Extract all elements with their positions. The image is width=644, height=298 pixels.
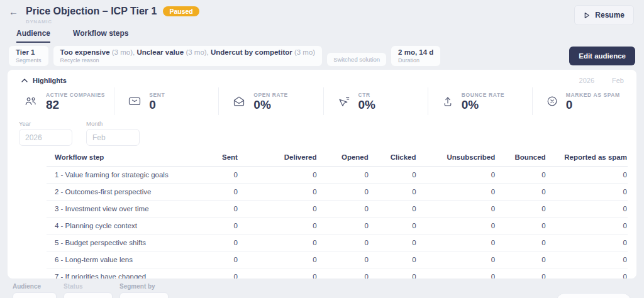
- resume-button[interactable]: Resume: [574, 5, 634, 25]
- col-workflow-step: Workflow step: [47, 149, 174, 166]
- status-badge: Paused: [163, 6, 199, 17]
- period-indicator: 2026 Feb: [579, 77, 624, 84]
- duration-label: Duration: [398, 57, 433, 63]
- metric-bounce-rate: BOUNCE RATE 0%: [428, 87, 532, 115]
- cell-clicked: 0: [369, 183, 417, 200]
- col-opened: Opened: [318, 149, 369, 166]
- cell-bounced: 0: [496, 268, 546, 279]
- tab-audience[interactable]: Audience: [16, 29, 50, 43]
- segments-chip: Tier 1 Segments: [9, 46, 48, 66]
- open-envelope-icon: [233, 96, 245, 107]
- bounce-icon: [442, 96, 453, 107]
- title-block: Price Objection – ICP Tier 1 Paused DYNA…: [26, 5, 199, 25]
- metric-label: ACTIVE COMPANIES: [46, 92, 105, 98]
- status-filter-input[interactable]: [64, 292, 113, 298]
- cell-delivered: 0: [238, 166, 318, 183]
- cell-unsubscribed: 0: [417, 268, 496, 279]
- table-row[interactable]: 2 - Outcomes-first perspective 0 0 0 0 0…: [47, 183, 628, 200]
- col-unsubscribed: Unsubscribed: [417, 149, 496, 166]
- metric-value: 0%: [462, 99, 504, 111]
- metric-label: MARKED AS SPAM: [566, 92, 620, 98]
- cell-bounced: 0: [496, 183, 546, 200]
- tab-workflow-steps[interactable]: Workflow steps: [73, 29, 128, 43]
- cell-opened: 0: [318, 268, 369, 279]
- audience-summary-bar: Tier 1 Segments Too expensive (3 mo), Un…: [9, 46, 635, 66]
- cell-sent: 0: [174, 234, 238, 251]
- people-icon: [24, 96, 38, 107]
- edit-audience-button[interactable]: Edit audience: [569, 47, 635, 65]
- metric-open-rate: OPEN RATE 0%: [218, 87, 323, 115]
- metric-value: 0: [566, 99, 620, 111]
- duration-chip: 2 mo, 14 d Duration: [391, 46, 440, 66]
- cell-unsubscribed: 0: [417, 200, 496, 217]
- workflow-step-name[interactable]: 3 - Investment view over time: [47, 200, 174, 217]
- cell-unsubscribed: 0: [417, 217, 496, 234]
- workflow-step-name[interactable]: 7 - If priorities have changed: [47, 268, 174, 279]
- table-row[interactable]: 4 - Planning cycle context 0 0 0 0 0 0 0: [47, 217, 628, 234]
- recycle-reason-value: Too expensive (3 mo), Unclear value (3 m…: [60, 48, 316, 57]
- audience-filter-label: Audience: [13, 283, 57, 290]
- workflow-step-name[interactable]: 6 - Long-term value lens: [47, 251, 174, 268]
- duration-value: 2 mo, 14 d: [398, 48, 433, 57]
- cell-clicked: 0: [369, 251, 417, 268]
- cell-clicked: 0: [369, 217, 417, 234]
- workflow-step-name[interactable]: 2 - Outcomes-first perspective: [47, 183, 174, 200]
- metrics-row: ACTIVE COMPANIES 82 SENT 0: [8, 87, 636, 115]
- period-year: 2026: [579, 77, 594, 84]
- workflow-step-name[interactable]: 4 - Planning cycle context: [47, 217, 174, 234]
- cell-sent: 0: [174, 183, 238, 200]
- table-row[interactable]: 3 - Investment view over time 0 0 0 0 0 …: [47, 200, 628, 217]
- page-title: Price Objection – ICP Tier 1: [26, 5, 157, 18]
- highlights-card: Highlights 2026 Feb ACTIVE COMPANIES 82: [8, 70, 636, 279]
- cell-reported-as-spam: 0: [547, 200, 628, 217]
- cell-unsubscribed: 0: [417, 234, 496, 251]
- table-row[interactable]: 7 - If priorities have changed 0 0 0 0 0…: [47, 268, 628, 279]
- cell-unsubscribed: 0: [417, 183, 496, 200]
- switched-solution-label: Switched solution: [333, 56, 380, 63]
- cell-unsubscribed: 0: [417, 166, 496, 183]
- highlights-collapse-toggle[interactable]: Highlights: [21, 77, 67, 84]
- cell-sent: 0: [174, 166, 238, 183]
- col-clicked: Clicked: [369, 149, 417, 166]
- col-delivered: Delivered: [238, 149, 318, 166]
- table-row[interactable]: 5 - Budget perspective shifts 0 0 0 0 0 …: [47, 234, 628, 251]
- metric-label: OPEN RATE: [253, 92, 287, 98]
- metric-label: CTR: [358, 92, 375, 98]
- cell-bounced: 0: [496, 200, 546, 217]
- campaign-type-label: DYNAMIC: [26, 19, 199, 25]
- col-bounced: Bounced: [496, 149, 546, 166]
- cell-opened: 0: [318, 251, 369, 268]
- cell-clicked: 0: [369, 166, 417, 183]
- segments-value: Tier 1: [16, 48, 42, 57]
- metric-value: 82: [46, 99, 105, 111]
- col-sent: Sent: [174, 149, 238, 166]
- search-input[interactable]: [575, 294, 625, 298]
- search-box[interactable]: [556, 293, 631, 298]
- segment-by-filter-label: Segment by: [119, 283, 169, 290]
- recycle-reason-label: Recycle reason: [60, 57, 316, 63]
- table-row[interactable]: 6 - Long-term value lens 0 0 0 0 0 0 0: [47, 251, 628, 268]
- table-row[interactable]: 1 - Value framing for strategic goals 0 …: [47, 166, 628, 183]
- cell-bounced: 0: [496, 234, 546, 251]
- cell-delivered: 0: [238, 234, 318, 251]
- cell-opened: 0: [318, 200, 369, 217]
- cell-unsubscribed: 0: [417, 251, 496, 268]
- cell-delivered: 0: [238, 217, 318, 234]
- cell-sent: 0: [174, 268, 238, 279]
- workflow-step-name[interactable]: 5 - Budget perspective shifts: [47, 234, 174, 251]
- back-arrow-icon[interactable]: ←: [9, 7, 18, 16]
- col-reported-as-spam: Reported as spam: [547, 149, 628, 166]
- segment-by-filter-select[interactable]: All: [119, 292, 169, 298]
- workflow-step-name[interactable]: 1 - Value framing for strategic goals: [47, 166, 174, 183]
- year-input[interactable]: [19, 129, 72, 146]
- cell-sent: 0: [174, 251, 238, 268]
- month-input[interactable]: [86, 129, 140, 146]
- cell-bounced: 0: [496, 251, 546, 268]
- cell-sent: 0: [174, 200, 238, 217]
- footer-filter-bar: Audience Active Status Segment by All: [13, 283, 631, 298]
- cell-reported-as-spam: 0: [547, 251, 628, 268]
- audience-filter-select[interactable]: Active: [13, 292, 57, 298]
- metric-ctr: CTR 0%: [323, 87, 428, 115]
- segments-label: Segments: [16, 57, 42, 63]
- cell-opened: 0: [318, 183, 369, 200]
